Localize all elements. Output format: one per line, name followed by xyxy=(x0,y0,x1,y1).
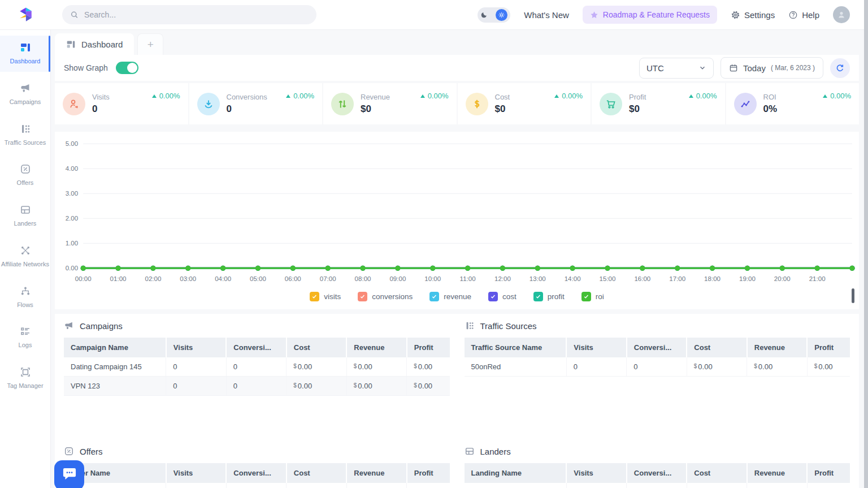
stat-card-roi: ROI0%0.00% xyxy=(726,83,860,124)
checkbox-checked-icon[interactable] xyxy=(581,292,591,301)
star-icon xyxy=(590,11,598,19)
show-graph-toggle[interactable] xyxy=(116,62,138,74)
column-header-visits[interactable]: Visits xyxy=(566,338,626,357)
column-header-visits[interactable]: Visits xyxy=(566,463,626,483)
light-mode-button[interactable] xyxy=(496,9,507,21)
table-row[interactable]: Dating Campaign 14500$0.00$0.00$0.00 xyxy=(64,357,450,377)
inner-scrollbar-thumb[interactable] xyxy=(852,288,854,303)
column-header-revenue[interactable]: Revenue xyxy=(747,338,807,357)
column-header-visits[interactable]: Visits xyxy=(166,338,226,357)
sidebar-item-campaigns[interactable]: Campaigns xyxy=(0,76,50,113)
column-header-profit[interactable]: Profit xyxy=(807,338,850,357)
sidebar-item-landers[interactable]: Landers xyxy=(0,198,50,234)
column-header-profit[interactable]: Profit xyxy=(807,463,850,483)
sidebar-item-traffic-sources[interactable]: Traffic Sources xyxy=(0,117,50,153)
date-range-button[interactable]: Today ( Mar, 6 2023 ) xyxy=(721,57,823,79)
global-search[interactable] xyxy=(62,5,316,24)
legend-item-conversions[interactable]: conversions xyxy=(358,292,413,301)
checkbox-checked-icon[interactable] xyxy=(488,292,498,301)
user-arrow-icon xyxy=(63,93,85,115)
campaigns-section: Campaigns Campaign NameVisitsConversi...… xyxy=(64,321,450,446)
row-name-cell[interactable]: 50onRed xyxy=(465,357,567,377)
column-header-profit[interactable]: Profit xyxy=(407,338,450,357)
roadmap-label: Roadmap & Feature Requests xyxy=(603,10,710,19)
column-header-campaign-name[interactable]: Campaign Name xyxy=(64,338,166,357)
column-header-conversi[interactable]: Conversi... xyxy=(226,338,286,357)
sidebar-item-flows[interactable]: Flows xyxy=(0,279,50,316)
column-header-revenue[interactable]: Revenue xyxy=(747,463,807,483)
column-header-visits[interactable]: Visits xyxy=(166,463,226,483)
column-header-cost[interactable]: Cost xyxy=(687,463,747,483)
refresh-icon xyxy=(835,63,845,73)
data-table: Landing NameVisitsConversi...CostRevenue… xyxy=(465,463,850,488)
legend-item-visits[interactable]: visits xyxy=(310,292,341,301)
page-scrollbar[interactable] xyxy=(864,0,868,488)
column-header-cost[interactable]: Cost xyxy=(287,338,346,357)
svg-text:00:00: 00:00 xyxy=(75,275,92,282)
column-header-revenue[interactable]: Revenue xyxy=(346,338,406,357)
svg-text:15:00: 15:00 xyxy=(600,275,616,282)
network-icon xyxy=(20,245,31,256)
sidebar-item-affiliate-networks[interactable]: Affiliate Networks xyxy=(0,239,50,275)
avatar[interactable] xyxy=(833,6,850,23)
legend-item-profit[interactable]: profit xyxy=(533,292,565,301)
checkbox-checked-icon[interactable] xyxy=(358,292,367,301)
svg-text:09:00: 09:00 xyxy=(389,275,406,282)
roadmap-feature-requests-button[interactable]: Roadmap & Feature Requests xyxy=(583,6,717,24)
chart-legend: visitsconversionsrevenuecostprofitroi xyxy=(58,284,856,308)
app-logo[interactable] xyxy=(0,5,51,25)
table-row[interactable]: VPN 12300$0.00$0.00$0.00 xyxy=(64,377,450,396)
currency-symbol: $ xyxy=(354,382,357,388)
stat-card-profit: Profit$00.00% xyxy=(592,83,725,124)
row-name-cell[interactable]: VPN 123 xyxy=(64,377,166,396)
search-input[interactable] xyxy=(84,10,309,19)
theme-toggle[interactable] xyxy=(478,7,510,23)
column-header-cost[interactable]: Cost xyxy=(687,338,747,357)
legend-item-revenue[interactable]: revenue xyxy=(429,292,471,301)
table-row[interactable]: 50onRed00$0.00$0.00$0.00 xyxy=(465,357,850,377)
column-header-revenue[interactable]: Revenue xyxy=(346,463,406,483)
legend-item-cost[interactable]: cost xyxy=(488,292,517,301)
table-row[interactable]: 2300$0.00$0.00$0.00 xyxy=(64,483,450,488)
sidebar-item-dashboard[interactable]: Dashboard xyxy=(0,36,50,72)
dashboard-toolbar: Show Graph UTC Today ( Mar, 6 2023 ) xyxy=(55,55,859,81)
add-tab-button[interactable]: + xyxy=(137,33,163,55)
stat-delta: 0.00% xyxy=(554,92,583,100)
data-table: Campaign NameVisitsConversi...CostRevenu… xyxy=(64,338,450,396)
tab-dashboard[interactable]: Dashboard xyxy=(55,33,134,55)
checkbox-checked-icon[interactable] xyxy=(310,292,319,301)
chat-widget-button[interactable] xyxy=(54,460,84,488)
whats-new-button[interactable]: What's New xyxy=(524,10,569,20)
settings-button[interactable]: Settings xyxy=(731,10,775,20)
moon-icon[interactable] xyxy=(480,11,488,19)
svg-text:04:00: 04:00 xyxy=(215,275,231,282)
column-header-cost[interactable]: Cost xyxy=(287,463,346,483)
svg-text:16:00: 16:00 xyxy=(634,275,650,282)
column-header-conversi[interactable]: Conversi... xyxy=(226,463,286,483)
value-cell: $0.00 xyxy=(407,483,450,488)
column-header-landing-name[interactable]: Landing Name xyxy=(465,463,567,483)
up-triangle-icon xyxy=(554,94,559,98)
stat-value: 0 xyxy=(92,103,110,115)
value-cell: $0.00 xyxy=(407,357,450,377)
column-header-traffic-source-name[interactable]: Traffic Source Name xyxy=(465,338,567,357)
sidebar-item-tag-manager[interactable]: Tag Manager xyxy=(0,360,50,396)
timezone-select[interactable]: UTC xyxy=(639,58,714,79)
column-header-conversi[interactable]: Conversi... xyxy=(627,463,687,483)
summary-tables: Campaigns Campaign NameVisitsConversi...… xyxy=(55,314,859,488)
value-cell: $0.00 xyxy=(346,377,406,396)
dashboard-gray-icon xyxy=(66,40,76,49)
column-header-profit[interactable]: Profit xyxy=(407,463,450,483)
row-name-cell[interactable]: lp1 xyxy=(465,483,567,488)
table-row[interactable]: lp100$0.00$0.00$0.00 xyxy=(465,483,850,488)
legend-item-roi[interactable]: roi xyxy=(581,292,604,301)
refresh-button[interactable] xyxy=(830,58,850,78)
sidebar-item-logs[interactable]: Logs xyxy=(0,319,50,356)
checkbox-checked-icon[interactable] xyxy=(533,292,543,301)
column-header-conversi[interactable]: Conversi... xyxy=(627,338,687,357)
sidebar-item-label: Tag Manager xyxy=(7,382,43,390)
sidebar-item-offers[interactable]: Offers xyxy=(0,157,50,193)
row-name-cell[interactable]: Dating Campaign 145 xyxy=(64,357,166,377)
checkbox-checked-icon[interactable] xyxy=(429,292,439,301)
help-button[interactable]: Help xyxy=(788,10,819,20)
